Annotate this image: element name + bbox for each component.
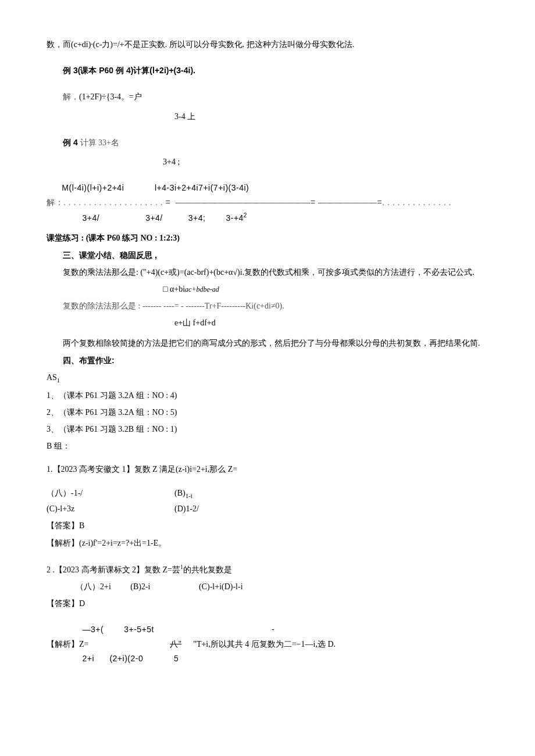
question-1-options-row1: （八）-1-/ (B)1-i [47, 486, 488, 502]
section-3-title: 三、课堂小结、稳固反思 , [47, 248, 488, 263]
homework-1: 1、（课本 P61 习题 3.2A 组：NO : 4) [47, 388, 488, 403]
section-4-title: 四、布置作业: [47, 353, 488, 368]
formula-3-4: 3-4 上 [174, 109, 488, 124]
q2-option-b: (B)2-i [130, 582, 150, 591]
question-1: 1.【2023 高考安徽文 1】复数 Z 满足(z-i)i=2+i,那么 Z= [47, 462, 488, 476]
homework-3: 3、（课本 P61 习题 3.2B 组：NO : 1) [47, 422, 488, 436]
option-d: (D)1-2/ [174, 501, 199, 516]
paragraph-intro: 数，而(c+di)·(c-力)=/+不是正实数. 所以可以分母实数化. 把这种方… [47, 37, 488, 52]
formula-alpha-bi: □ α+biac+bdbe-ad [163, 282, 488, 296]
equation-line-3: 3+4/ 3+4/ 3+4; 3-+42 [47, 210, 488, 225]
formula-e-f: e+山 f+df+d [174, 316, 488, 330]
example-4-title: 例 4 计算 33+名 [47, 135, 488, 150]
q2-option-a: （八）2+i [76, 582, 111, 591]
formula-3-plus-4: 3+4 ; [163, 155, 488, 169]
group-b-label: B 组： [47, 439, 488, 453]
question-2-solution: —3+( 3+-5+5t - 【解析】Z= 八" "T+i,所以其共 4 厄复数… [47, 622, 488, 667]
solution-label: 【解析】Z= [47, 637, 88, 651]
question-2-options: （八）2+i (B)2-i (C)-l+i(D)-l-i [76, 579, 488, 594]
solution-fraction-mid: 【解析】Z= 八" "T+i,所以其共 4 厄复数为二=−1—i,选 D. [47, 637, 488, 651]
example-4-label: 例 4 [63, 138, 80, 147]
solution-prefix: 解， [63, 92, 79, 101]
question-2-answer: 【答案】D [47, 596, 488, 611]
equation-line-1: M(l-4i)(l+i)+2+4i l+4-3i+2+4i7+i(7+i)(3-… [47, 181, 488, 195]
option-c: (C)-l+3z [47, 501, 140, 516]
division-rule: 复数的除法法那么是 : ------- ----= - -------Tr+F-… [47, 299, 488, 313]
division-method-note: 两个复数相除较简捷的方法是把它们的商写成分式的形式，然后把分了与分母都乘以分母的… [47, 336, 488, 350]
example-3-solution-line1: 解，解，(1+2F)÷{3-4。=户(1+2F)÷{3-4。=户 [47, 89, 488, 104]
question-1-answer: 【答案】B [47, 518, 488, 533]
example-3-title: 例 3(课本 P60 例 4)计算(l+2i)+(3-4i). [47, 63, 488, 78]
q2-option-c-d: (C)-l+i(D)-l-i [199, 582, 243, 591]
homework-2: 2、（课本 P61 习题 3.2A 组：NO : 5) [47, 405, 488, 420]
as-label: AS1 [47, 370, 488, 386]
option-a: （八）-1-/ [47, 486, 140, 502]
question-1-solution: 【解析】(z-i)f'=2+i=z=?+出=1-E。 [47, 536, 488, 550]
solution-fraction-bottom: 2+i (2+i)(2-0 5 [47, 651, 488, 666]
equation-line-2: 解：. . . . . . . . . . . . . . . . . . . … [47, 195, 488, 210]
question-2: 2 .【2023 高考新课标文 2】复数 Z=芸1的共牝复数是 [47, 562, 488, 577]
classroom-practice: 课堂练习 : (课本 P60 练习 NO : 1:2:3) [47, 231, 488, 245]
solution-mid-strike: 八" [170, 637, 181, 651]
example-4-text: 计算 33+名 [80, 138, 119, 147]
solution-fraction-top: —3+( 3+-5+5t - [47, 622, 488, 637]
solution-mid-tail: "T+i,所以其共 4 厄复数为二=−1—i,选 D. [193, 637, 336, 651]
question-1-options-row2: (C)-l+3z (D)1-2/ [47, 501, 488, 516]
option-b: (B)1-i [174, 486, 192, 502]
multiplication-rule: 复数的乘法法那么是: ("+4)(c+或)=(ac-brf)+(bc+α√)i.… [47, 265, 488, 280]
